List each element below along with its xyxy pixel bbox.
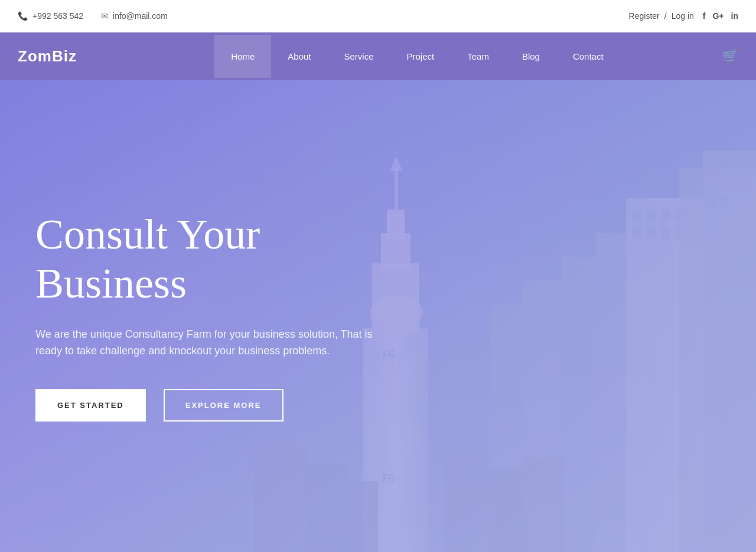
login-link[interactable]: Log in xyxy=(672,11,694,21)
nav-item-contact[interactable]: Contact xyxy=(556,35,620,78)
google-plus-icon[interactable]: G+ xyxy=(712,11,724,21)
navbar: ZomBiz Home About Service Project Team B… xyxy=(0,32,756,80)
cart-icon[interactable]: 🛒 xyxy=(722,48,738,64)
nav-item-home[interactable]: Home xyxy=(214,35,271,78)
nav-link-project[interactable]: Project xyxy=(390,35,451,78)
topbar: 📞 +992 563 542 ✉ info@mail.com Register … xyxy=(0,0,756,32)
email-icon: ✉ xyxy=(101,11,108,21)
hero-title-line1: Consult Your xyxy=(35,211,260,258)
facebook-icon[interactable]: f xyxy=(703,11,706,21)
auth-divider: / xyxy=(664,11,667,21)
get-started-button[interactable]: GET STARTED xyxy=(35,389,146,422)
nav-item-about[interactable]: About xyxy=(271,35,327,78)
topbar-right: Register / Log in f G+ in xyxy=(629,11,738,21)
hero-buttons: GET STARTED EXPLORE MORE xyxy=(35,389,378,422)
nav-links: Home About Service Project Team Blog Con… xyxy=(112,35,722,78)
nav-link-about[interactable]: About xyxy=(271,35,327,78)
nav-link-contact[interactable]: Contact xyxy=(556,35,620,78)
phone-icon: 📞 xyxy=(18,11,28,21)
nav-item-blog[interactable]: Blog xyxy=(506,35,556,78)
auth-links: Register / Log in xyxy=(629,11,694,21)
nav-link-home[interactable]: Home xyxy=(214,35,271,78)
hero-title-line2: Business xyxy=(35,260,187,307)
hero-content: Consult Your Business We are the unique … xyxy=(0,210,413,422)
social-links: f G+ in xyxy=(703,11,738,21)
nav-link-team[interactable]: Team xyxy=(451,35,506,78)
phone-contact: 📞 +992 563 542 xyxy=(18,11,83,21)
email-address: info@mail.com xyxy=(113,11,168,21)
nav-item-service[interactable]: Service xyxy=(327,35,390,78)
hero-title: Consult Your Business xyxy=(35,210,378,308)
nav-item-project[interactable]: Project xyxy=(390,35,451,78)
linkedin-icon[interactable]: in xyxy=(731,11,738,21)
register-link[interactable]: Register xyxy=(629,11,660,21)
nav-item-team[interactable]: Team xyxy=(451,35,506,78)
phone-number: +992 563 542 xyxy=(32,11,83,21)
email-contact: ✉ info@mail.com xyxy=(101,11,168,21)
logo[interactable]: ZomBiz xyxy=(18,47,77,66)
hero-section: FG FG xyxy=(0,80,756,552)
topbar-left: 📞 +992 563 542 ✉ info@mail.com xyxy=(18,11,168,21)
nav-link-service[interactable]: Service xyxy=(327,35,390,78)
hero-subtitle: We are the unique Consultancy Farm for y… xyxy=(35,326,378,360)
explore-more-button[interactable]: EXPLORE MORE xyxy=(164,389,284,422)
nav-link-blog[interactable]: Blog xyxy=(506,35,556,78)
